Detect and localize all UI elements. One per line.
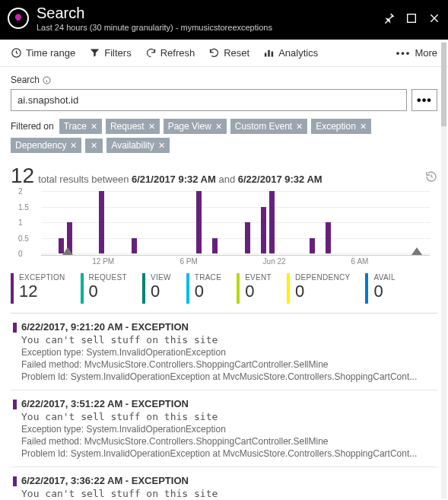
filters-label: Filters (104, 47, 131, 59)
filter-chip[interactable]: Dependency✕ (11, 138, 81, 153)
toolbar: Time range Filters Refresh Reset Analyti… (0, 40, 448, 67)
chip-close-icon[interactable]: ✕ (158, 141, 165, 151)
svg-rect-3 (268, 50, 270, 57)
search-more-button[interactable]: ••• (411, 89, 437, 111)
result-header: 6/22/2017, 3:51:22 AM - EXCEPTION (21, 398, 437, 409)
maximize-icon[interactable] (405, 12, 418, 24)
result-header: 6/22/2017, 3:36:22 AM - EXCEPTION (21, 475, 437, 486)
result-item[interactable]: 6/22/2017, 9:21:20 AM - EXCEPTION You ca… (11, 314, 437, 390)
counter-exception[interactable]: EXCEPTION 12 (11, 273, 76, 304)
lightbulb-icon (8, 8, 29, 29)
chart-bar (326, 222, 331, 253)
chart-bar (132, 238, 137, 254)
results-list: 6/22/2017, 9:21:20 AM - EXCEPTION You ca… (11, 313, 437, 500)
counter-view[interactable]: VIEW 0 (142, 273, 182, 304)
result-message: You can't sell stuff on this site (21, 411, 437, 422)
counter-event[interactable]: EVENT 0 (237, 273, 282, 304)
analytics-button[interactable]: Analytics (263, 47, 318, 59)
chart-bar (99, 191, 104, 253)
counter-request[interactable]: REQUEST 0 (81, 273, 138, 304)
chart-bar (269, 191, 275, 253)
time-range-button[interactable]: Time range (11, 47, 75, 59)
window-header: Search Last 24 hours (30 minute granular… (0, 0, 448, 40)
filter-chip[interactable]: Custom Event✕ (230, 119, 307, 134)
exception-indicator (13, 323, 17, 333)
exception-indicator (13, 476, 17, 486)
chip-close-icon[interactable]: ✕ (360, 122, 367, 132)
result-item[interactable]: 6/22/2017, 3:36:22 AM - EXCEPTION You ca… (11, 467, 437, 500)
history-icon[interactable] (425, 170, 437, 186)
counter-trace[interactable]: TRACE 0 (186, 273, 232, 304)
filter-chip[interactable]: Exception✕ (311, 119, 371, 134)
type-counters: EXCEPTION 12 REQUEST 0 VIEW 0 TRACE 0 EV… (11, 273, 437, 304)
results-summary: 12 total results between 6/21/2017 9:32 … (11, 164, 437, 188)
filter-chip[interactable]: Availability✕ (106, 138, 169, 153)
window-title: Search (37, 5, 383, 21)
result-item[interactable]: 6/22/2017, 3:51:22 AM - EXCEPTION You ca… (11, 390, 437, 467)
filter-chips: Filtered on Trace✕ Request✕ Page View✕ C… (11, 119, 437, 153)
svg-rect-4 (272, 52, 274, 57)
chip-close-icon[interactable]: ✕ (148, 122, 155, 132)
result-message: You can't sell stuff on this site (21, 488, 437, 499)
counter-dependency[interactable]: DEPENDENCY 0 (287, 273, 361, 304)
close-icon[interactable] (428, 12, 440, 24)
chart-bar (261, 207, 266, 254)
info-icon (43, 76, 51, 84)
chart-bar (310, 238, 315, 254)
range-end-handle[interactable] (411, 247, 422, 255)
results-chart: 00.511.52 12 PM6 PMJun 226 AM (11, 191, 437, 267)
result-message: You can't sell stuff on this site (21, 334, 437, 346)
chip-close-icon[interactable]: ✕ (70, 141, 77, 151)
counter-avail[interactable]: AVAIL 0 (365, 273, 405, 304)
chart-bar (212, 238, 218, 254)
search-input[interactable] (11, 89, 407, 111)
chip-close-icon[interactable]: ✕ (91, 122, 97, 132)
results-count: 12 (11, 164, 34, 188)
chip-close-icon[interactable]: ✕ (215, 122, 222, 132)
pin-icon[interactable] (383, 12, 395, 24)
chip-close-icon[interactable]: ✕ (296, 122, 303, 132)
ellipsis-icon: ••• (396, 47, 411, 59)
filter-chip[interactable]: Trace✕ (59, 119, 102, 134)
content-area: Search ••• Filtered on Trace✕ Request✕ P… (0, 67, 448, 500)
search-label: Search (11, 75, 40, 85)
reset-label: Reset (224, 47, 249, 59)
svg-rect-2 (265, 53, 267, 57)
window-subtitle: Last 24 hours (30 minute granularity) - … (37, 23, 383, 32)
refresh-label: Refresh (160, 47, 195, 59)
more-button[interactable]: ••• More (396, 47, 437, 59)
result-header: 6/22/2017, 9:21:20 AM - EXCEPTION (21, 321, 437, 333)
filters-button[interactable]: Filters (89, 47, 131, 59)
chart-bar (245, 222, 250, 253)
reset-button[interactable]: Reset (208, 47, 249, 59)
chip-remove-all[interactable]: ✕ (85, 139, 103, 153)
filter-chip[interactable]: Request✕ (106, 119, 160, 134)
filter-chip[interactable]: Page View✕ (164, 119, 227, 134)
analytics-label: Analytics (278, 47, 318, 59)
refresh-button[interactable]: Refresh (145, 47, 195, 59)
exception-indicator (13, 400, 17, 409)
more-label: More (415, 47, 437, 59)
time-range-label: Time range (26, 47, 75, 59)
range-start-handle[interactable] (62, 247, 73, 255)
scrollbar-thumb[interactable] (441, 43, 446, 126)
svg-rect-0 (408, 14, 416, 23)
filtered-on-label: Filtered on (11, 121, 54, 132)
chart-bar (196, 191, 202, 253)
